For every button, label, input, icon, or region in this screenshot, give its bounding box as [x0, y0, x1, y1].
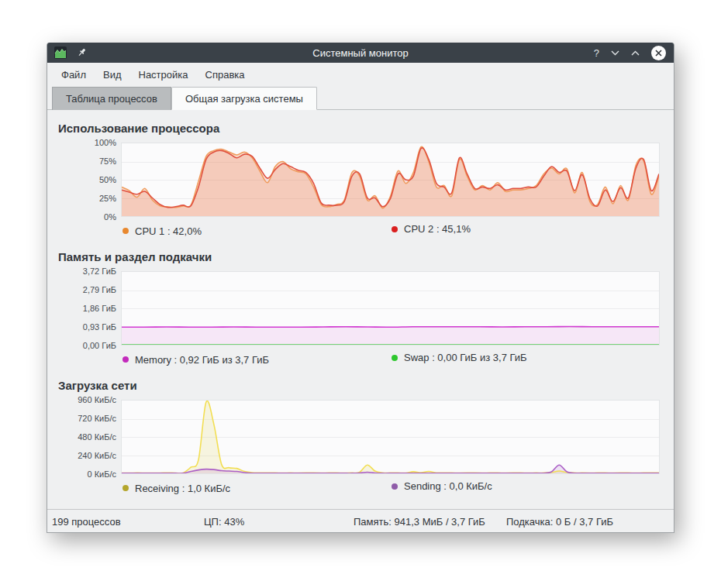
network-legend: Receiving : 1,0 КиБ/с Sending : 0,0 КиБ/…	[122, 480, 660, 496]
menu-view[interactable]: Вид	[95, 65, 130, 84]
receiving-legend-label: Receiving : 1,0 КиБ/с	[135, 483, 230, 494]
chevron-down-icon	[611, 50, 619, 56]
system-monitor-window: Системный монитор ? Файл Вид Настройка С…	[47, 43, 674, 533]
maximize-button[interactable]	[631, 50, 640, 56]
memory-legend: Memory : 0,92 ГиБ из 3,7 ГиБ Swap : 0,00…	[122, 352, 660, 367]
cpu-section-title: Использование процессора	[58, 122, 660, 135]
statusbar: 199 процессов ЦП: 43% Память: 941,3 МиБ …	[47, 509, 674, 532]
memory-y-axis: 3,72 ГиБ 2,79 ГиБ 1,86 ГиБ 0,93 ГиБ 0,00…	[58, 271, 121, 346]
sending-legend-label: Sending : 0,0 КиБ/с	[404, 480, 492, 492]
minimize-button[interactable]	[611, 50, 619, 56]
memory-chart	[121, 271, 660, 346]
cpu-section: Использование процессора 100% 75% 50% 25…	[58, 110, 660, 239]
pin-icon[interactable]	[77, 47, 88, 58]
chevron-up-icon	[631, 50, 640, 56]
app-icon	[54, 46, 67, 59]
menu-file[interactable]: Файл	[53, 65, 95, 84]
system-load-page: Использование процессора 100% 75% 50% 25…	[47, 110, 674, 509]
network-y-axis: 960 КиБ/с 720 КиБ/с 480 КиБ/с 240 КиБ/с …	[58, 400, 121, 474]
cpu-chart	[121, 143, 660, 217]
status-cpu: ЦП: 43%	[204, 515, 244, 527]
legend-cpu1: CPU 1 : 42,0%	[122, 225, 202, 237]
tab-system-load[interactable]: Общая загрузка системы	[171, 87, 317, 110]
legend-cpu2: CPU 2 : 45,1%	[392, 223, 471, 235]
status-memory: Память: 941,3 МиБ / 3,7 ГиБ	[354, 515, 485, 527]
receiving-dot-icon	[122, 485, 129, 491]
memory-dot-icon	[122, 356, 129, 363]
window-title: Системный монитор	[47, 47, 674, 59]
menubar: Файл Вид Настройка Справка	[47, 63, 674, 86]
cpu-y-axis: 100% 75% 50% 25% 0%	[58, 143, 121, 217]
legend-sending: Sending : 0,0 КиБ/с	[392, 480, 492, 492]
cpu1-dot-icon	[122, 228, 129, 234]
legend-memory: Memory : 0,92 ГиБ из 3,7 ГиБ	[122, 354, 269, 366]
cpu2-legend-label: CPU 2 : 45,1%	[404, 223, 471, 235]
legend-receiving: Receiving : 1,0 КиБ/с	[122, 483, 230, 494]
help-button[interactable]: ?	[594, 48, 599, 58]
memory-section: Память и раздел подкачки 3,72 ГиБ 2,79 Г…	[58, 239, 660, 367]
cpu-legend: CPU 1 : 42,0% CPU 2 : 45,1%	[122, 223, 660, 239]
network-section: Загрузка сети 960 КиБ/с 720 КиБ/с 480 Ки…	[58, 367, 660, 496]
network-section-title: Загрузка сети	[58, 379, 660, 392]
close-button[interactable]	[651, 46, 666, 60]
swap-dot-icon	[392, 355, 398, 361]
cpu2-dot-icon	[392, 226, 398, 232]
cpu1-legend-label: CPU 1 : 42,0%	[135, 225, 202, 237]
legend-swap: Swap : 0,00 ГиБ из 3,7 ГиБ	[392, 352, 527, 363]
status-processes: 199 процессов	[52, 515, 121, 527]
tabbar: Таблица процессов Общая загрузка системы	[47, 86, 674, 110]
tab-process-table[interactable]: Таблица процессов	[52, 87, 171, 110]
memory-section-title: Память и раздел подкачки	[58, 250, 660, 263]
menu-help[interactable]: Справка	[197, 65, 254, 84]
titlebar[interactable]: Системный монитор ?	[47, 43, 674, 63]
sending-dot-icon	[392, 483, 398, 490]
close-icon	[655, 50, 662, 57]
swap-legend-label: Swap : 0,00 ГиБ из 3,7 ГиБ	[404, 352, 527, 363]
status-swap: Подкачка: 0 Б / 3,7 ГиБ	[506, 515, 613, 527]
menu-settings[interactable]: Настройка	[130, 65, 197, 84]
memory-legend-label: Memory : 0,92 ГиБ из 3,7 ГиБ	[135, 354, 269, 366]
network-chart	[121, 400, 660, 474]
titlebar-controls: ?	[594, 43, 666, 63]
